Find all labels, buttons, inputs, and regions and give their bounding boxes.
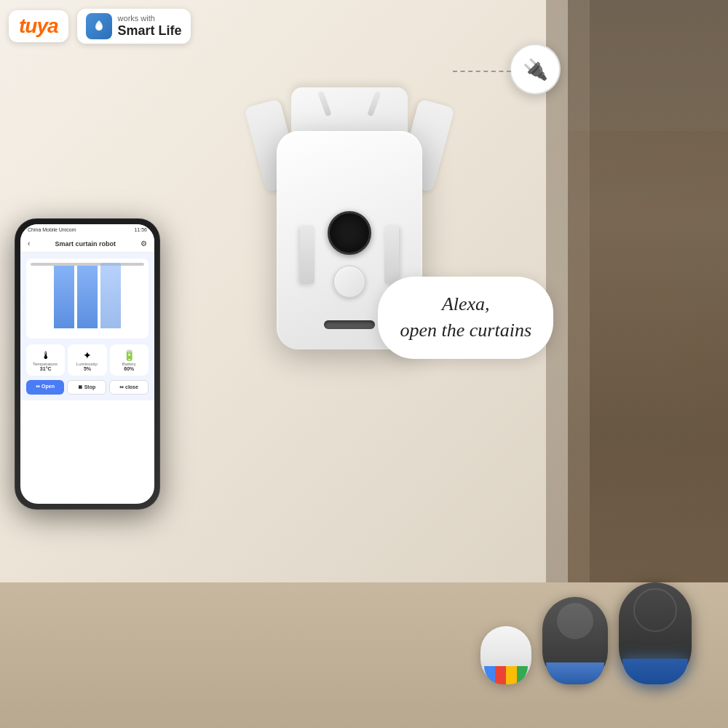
dashed-line (453, 71, 511, 72)
antenna-top-left (317, 91, 331, 117)
socket-device: 🔌 (510, 44, 561, 95)
curtain-panel-1 (54, 263, 74, 328)
phone-carrier: China Mobile Unicom (28, 227, 76, 232)
phone-app-title: Smart curtain robot (55, 240, 116, 248)
phone-mockup: China Mobile Unicom 11:56 ‹ Smart curtai… (15, 218, 160, 510)
robot-main-button[interactable] (333, 266, 365, 298)
battery-stat: 🔋 Battery 60% (110, 344, 149, 376)
tuya-brand-text: tuya (19, 15, 58, 38)
amazon-echo-speaker (619, 582, 692, 684)
luminosity-icon: ✦ (83, 349, 92, 361)
alexa-command-text: Alexa,open the curtains (400, 291, 531, 344)
works-with-label: works with (118, 14, 182, 23)
battery-value: 60% (113, 366, 146, 371)
phone-time: 11:56 (134, 227, 147, 232)
temperature-value: 31°C (29, 366, 62, 371)
svg-point-0 (97, 25, 101, 29)
phone-app-content: 🌡 Temperature: 31°C ✦ Luminosity: 5% 🔋 B… (20, 253, 154, 400)
smart-life-text: works with Smart Life (118, 14, 182, 39)
robot-camera-lens (328, 211, 371, 255)
curtain-panel-3 (100, 263, 121, 328)
tuya-logo: tuya (9, 10, 68, 42)
battery-icon: 🔋 (123, 349, 135, 361)
echo-dot-top (557, 603, 593, 639)
stop-button[interactable]: ⏹ Stop (67, 380, 106, 395)
smart-speakers-area (480, 582, 692, 684)
curtain-visualization (26, 258, 149, 339)
phone-status-bar: China Mobile Unicom 11:56 (20, 224, 154, 235)
stats-row: 🌡 Temperature: 31°C ✦ Luminosity: 5% 🔋 B… (26, 344, 149, 376)
smart-life-icon (86, 13, 112, 39)
temperature-stat: 🌡 Temperature: 31°C (26, 344, 65, 376)
close-button[interactable]: ⇔ close (109, 380, 149, 395)
robot-side-panel-left (300, 226, 314, 284)
open-button[interactable]: ⇔ Open (26, 380, 64, 395)
alexa-echo-dot (542, 597, 608, 684)
google-home-speaker (480, 626, 531, 684)
antenna-top-right (367, 91, 381, 117)
luminosity-stat: ✦ Luminosity: 5% (68, 344, 106, 376)
phone-back-button[interactable]: ‹ (28, 240, 30, 248)
smart-life-badge: works with Smart Life (77, 9, 191, 44)
control-buttons: ⇔ Open ⏹ Stop ⇔ close (26, 380, 149, 395)
curtain-rail (31, 263, 144, 266)
socket-icon: 🔌 (523, 58, 548, 82)
phone-outer-frame: China Mobile Unicom 11:56 ‹ Smart curtai… (15, 218, 160, 510)
robot-side-panel-right (384, 226, 399, 284)
phone-screen: China Mobile Unicom 11:56 ‹ Smart curtai… (20, 224, 154, 504)
phone-app-header: ‹ Smart curtain robot ⚙ (20, 235, 154, 253)
curtain-panel-2 (77, 263, 98, 328)
temperature-icon: 🌡 (41, 349, 51, 361)
echo-ring (633, 588, 677, 632)
top-logos: tuya works with Smart Life (9, 9, 191, 44)
alexa-speech-bubble: Alexa,open the curtains (378, 277, 553, 359)
socket-callout: 🔌 (510, 44, 561, 95)
phone-settings-button[interactable]: ⚙ (141, 240, 147, 248)
smart-life-label: Smart Life (118, 23, 182, 39)
luminosity-value: 5% (71, 366, 103, 371)
robot-charging-slot (324, 320, 375, 329)
